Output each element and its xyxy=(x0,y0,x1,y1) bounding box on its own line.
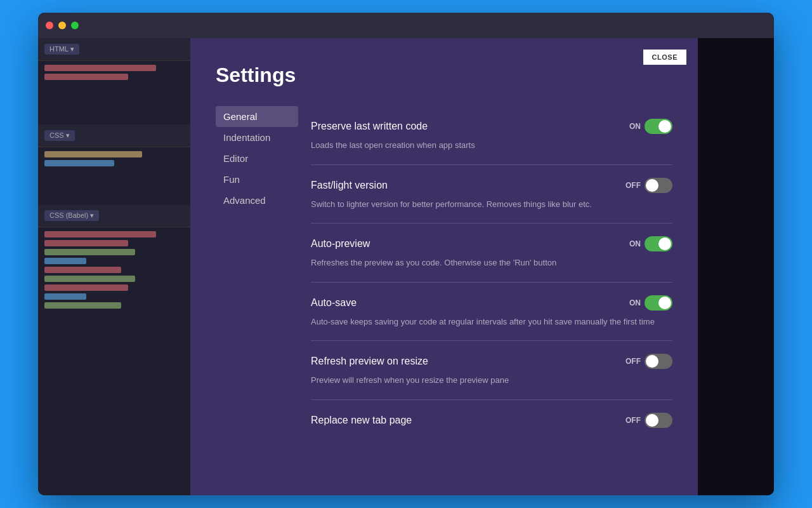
settings-content: Preserve last written code ON xyxy=(298,106,672,446)
toggle-wrapper: ON xyxy=(629,119,672,134)
fast-light-toggle[interactable] xyxy=(645,178,672,193)
setting-auto-save: Auto-save ON xyxy=(311,283,672,342)
toggle-label-off: OFF xyxy=(625,416,641,425)
setting-description: Preview will refresh when you resize the… xyxy=(311,374,672,387)
setting-preserve-last-written-code: Preserve last written code ON xyxy=(311,106,672,165)
code-line xyxy=(44,293,86,300)
setting-row: Fast/light version OFF xyxy=(311,178,672,193)
toggle-wrapper: OFF xyxy=(625,413,672,428)
maximize-window-button[interactable] xyxy=(71,22,79,29)
auto-save-toggle[interactable] xyxy=(645,295,672,311)
modal-overlay: CLOSE Settings General Indentation Edito… xyxy=(190,38,774,495)
auto-preview-toggle[interactable] xyxy=(645,236,672,251)
setting-row: Refresh preview on resize OFF xyxy=(311,354,672,369)
setting-refresh-preview-on-resize: Refresh preview on resize OFF xyxy=(311,341,672,400)
setting-auto-preview: Auto-preview ON xyxy=(311,224,672,283)
code-line xyxy=(44,276,135,282)
close-button[interactable]: CLOSE xyxy=(643,50,686,65)
toggle-label-on: ON xyxy=(629,239,641,248)
browser-titlebar xyxy=(38,13,774,38)
setting-name: Preserve last written code xyxy=(311,121,428,132)
code-line xyxy=(44,267,121,273)
code-line xyxy=(44,231,156,237)
setting-fast-light-version: Fast/light version OFF xyxy=(311,165,672,224)
code-line xyxy=(44,65,156,71)
preserve-code-toggle[interactable] xyxy=(645,119,672,134)
minimize-window-button[interactable] xyxy=(58,22,66,29)
code-line xyxy=(44,74,128,80)
code-line xyxy=(44,240,128,246)
setting-row: Auto-save ON xyxy=(311,295,672,311)
browser-window: HTML ▾ CSS ▾ CSS (Babel) ▾ xyxy=(38,13,774,495)
toggle-slider xyxy=(645,119,672,134)
code-line xyxy=(44,302,121,309)
toggle-label-off: OFF xyxy=(625,181,641,190)
setting-row: Replace new tab page OFF xyxy=(311,413,672,428)
js-toolbar: CSS (Babel) ▾ xyxy=(38,204,190,227)
setting-name: Auto-save xyxy=(311,297,357,309)
nav-item-fun[interactable]: Fun xyxy=(216,169,298,190)
code-line xyxy=(44,249,135,255)
toggle-wrapper: OFF xyxy=(625,354,672,369)
css-toolbar: CSS ▾ xyxy=(38,124,190,147)
setting-name: Replace new tab page xyxy=(311,415,412,426)
setting-description: Refreshes the preview as you code. Other… xyxy=(311,257,672,269)
toggle-label-off: OFF xyxy=(625,357,641,366)
toggle-slider xyxy=(645,354,672,369)
nav-item-indentation[interactable]: Indentation xyxy=(216,127,298,148)
toggle-slider xyxy=(645,236,672,251)
setting-description: Auto-save keeps saving your code at regu… xyxy=(311,316,672,328)
settings-modal: CLOSE Settings General Indentation Edito… xyxy=(190,38,698,495)
settings-body: General Indentation Editor Fun Advanced xyxy=(216,106,672,446)
css-code-preview xyxy=(38,147,190,173)
nav-item-general[interactable]: General xyxy=(216,106,298,127)
setting-name: Auto-preview xyxy=(311,238,370,250)
editor-area: HTML ▾ CSS ▾ CSS (Babel) ▾ xyxy=(38,38,774,495)
toggle-slider xyxy=(645,178,672,193)
settings-nav: General Indentation Editor Fun Advanced xyxy=(216,106,298,446)
nav-item-advanced[interactable]: Advanced xyxy=(216,190,298,211)
modal-content: Settings General Indentation Editor Fun … xyxy=(190,38,698,471)
modal-title: Settings xyxy=(216,64,672,87)
code-line xyxy=(44,284,128,291)
setting-row: Auto-preview ON xyxy=(311,236,672,251)
refresh-preview-toggle[interactable] xyxy=(645,354,672,369)
toggle-wrapper: ON xyxy=(629,295,672,311)
toggle-slider xyxy=(645,413,672,428)
toggle-label-on: ON xyxy=(629,122,641,131)
setting-description: Loads the last open creation when app st… xyxy=(311,139,672,152)
html-toolbar: HTML ▾ xyxy=(38,38,190,61)
setting-name: Refresh preview on resize xyxy=(311,356,428,367)
replace-new-tab-toggle[interactable] xyxy=(645,413,672,428)
toggle-label-on: ON xyxy=(629,298,641,307)
setting-name: Fast/light version xyxy=(311,180,388,191)
code-line xyxy=(44,151,142,157)
html-code-preview xyxy=(38,61,190,86)
js-label: CSS (Babel) ▾ xyxy=(44,210,99,221)
code-line xyxy=(44,160,114,166)
toggle-slider xyxy=(645,295,672,311)
setting-row: Preserve last written code ON xyxy=(311,119,672,134)
html-label: HTML ▾ xyxy=(44,44,79,55)
code-line xyxy=(44,258,86,264)
toggle-wrapper: OFF xyxy=(625,178,672,193)
close-window-button[interactable] xyxy=(46,22,53,29)
nav-item-editor[interactable]: Editor xyxy=(216,148,298,169)
js-code-preview xyxy=(38,227,190,315)
css-label: CSS ▾ xyxy=(44,130,75,141)
toggle-wrapper: ON xyxy=(629,236,672,251)
editor-main: CLOSE Settings General Indentation Edito… xyxy=(190,38,774,495)
editor-left-panel: HTML ▾ CSS ▾ CSS (Babel) ▾ xyxy=(38,38,190,495)
setting-description: Switch to lighter version for better per… xyxy=(311,198,672,211)
setting-replace-new-tab-page: Replace new tab page OFF xyxy=(311,400,672,446)
